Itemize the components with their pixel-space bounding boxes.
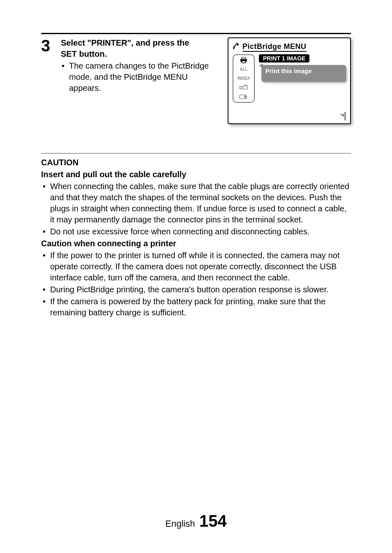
menu-stack: PRINT 1 IMAGE Print this image [259, 54, 346, 82]
screen-body: ALL INDEX D [233, 54, 346, 103]
tab-index: INDEX [238, 75, 250, 82]
step-substep-text: The camera changes to the PictBridge mod… [69, 61, 209, 93]
svg-rect-5 [240, 95, 244, 99]
svg-text:D: D [239, 85, 242, 90]
screen-tab-column: ALL INDEX D [233, 54, 255, 103]
top-rule [41, 33, 351, 34]
svg-rect-8 [245, 97, 247, 99]
step-body: Select "PRINTER", and press the SET butt… [61, 37, 351, 124]
caution-bullet: If the camera is powered by the battery … [41, 296, 351, 318]
svg-rect-4 [243, 86, 247, 89]
camera-screen: PictBridge MENU ALL INDEX D [228, 37, 351, 124]
caution-bullet: Do not use excessive force when connecti… [41, 226, 351, 237]
menu-highlight: PRINT 1 IMAGE [259, 54, 309, 62]
caution-bullet: When connecting the cables, make sure th… [41, 181, 351, 225]
caution-section: CAUTION Insert and pull out the cable ca… [41, 157, 351, 318]
caution-list-1: When connecting the cables, make sure th… [41, 181, 351, 237]
screen-footer [233, 113, 346, 120]
caution-bullet: If the power to the printer is turned of… [41, 250, 351, 283]
caution-heading: CAUTION [41, 157, 351, 168]
caution-subheading-1: Insert and pull out the cable carefully [41, 169, 351, 180]
screen-title: PictBridge MENU [242, 42, 307, 52]
tab-all: ALL [240, 66, 247, 73]
caution-subheading-2: Caution when connecting a printer [41, 238, 351, 249]
screen-title-row: PictBridge MENU [233, 42, 346, 52]
step-title-line1: Select "PRINTER", and press the [61, 38, 189, 47]
svg-rect-6 [245, 95, 247, 96]
settings-icon [239, 93, 248, 100]
caution-bullet: During PictBridge printing, the camera's… [41, 284, 351, 295]
step-3: 3 Select "PRINTER", and press the SET bu… [41, 37, 351, 124]
page-footer: English 154 [0, 512, 392, 530]
battery-icon [344, 113, 346, 120]
caution-list-2: If the power to the printer is turned of… [41, 250, 351, 318]
step-title-line2: SET button. [61, 49, 107, 58]
section-rule [41, 153, 351, 154]
pictbridge-logo-icon [233, 43, 240, 52]
footer-language: English [165, 518, 195, 529]
tab-d: D [239, 84, 248, 91]
svg-rect-2 [242, 61, 245, 63]
svg-rect-7 [245, 96, 247, 97]
printer-icon [240, 57, 247, 64]
step-number: 3 [41, 37, 53, 54]
document-page: 3 Select "PRINTER", and press the SET bu… [0, 0, 392, 553]
step-text: Select "PRINTER", and press the SET butt… [61, 37, 218, 94]
camera-screen-frame: PictBridge MENU ALL INDEX D [228, 37, 351, 124]
step-substep: The camera changes to the PictBridge mod… [61, 60, 218, 94]
menu-tooltip: Print this image [261, 65, 346, 82]
footer-page-number: 154 [199, 512, 227, 530]
step-title: Select "PRINTER", and press the SET butt… [61, 37, 218, 60]
